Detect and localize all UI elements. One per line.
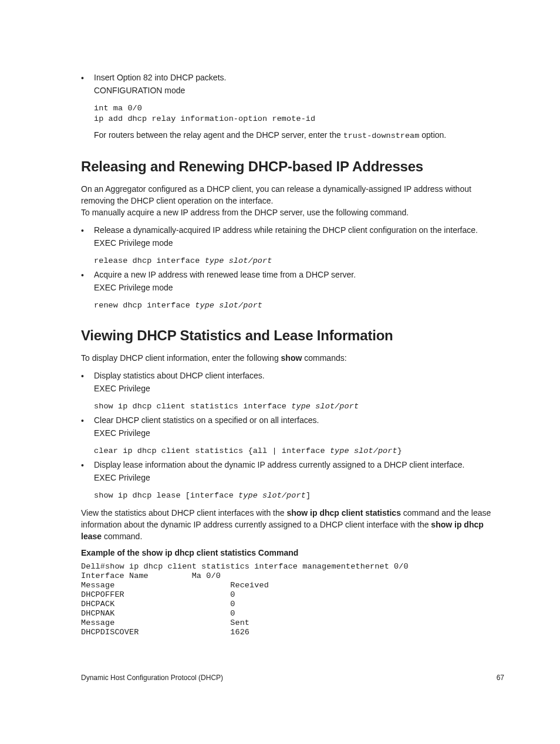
paragraph: On an Aggregator configured as a DHCP cl… bbox=[81, 183, 495, 207]
list-item-body: Release a dynamically-acquired IP addres… bbox=[94, 224, 495, 249]
list-item-text: Insert Option 82 into DHCP packets. bbox=[94, 73, 226, 82]
mode-text: EXEC Privilege bbox=[94, 427, 495, 439]
mode-text: EXEC Privilege bbox=[94, 383, 495, 394]
code-italic: type slot/port bbox=[195, 301, 262, 310]
mode-text: EXEC Privilege mode bbox=[94, 237, 495, 249]
code-italic: type slot/port bbox=[330, 447, 397, 455]
list-item-body: Display lease information about the dyna… bbox=[94, 459, 495, 483]
page-footer: Dynamic Host Configuration Protocol (DHC… bbox=[81, 674, 504, 682]
bullet-icon: • bbox=[81, 414, 94, 439]
bullet-icon: • bbox=[81, 370, 94, 394]
text: For routers between the relay agent and … bbox=[94, 130, 343, 140]
footer-title: Dynamic Host Configuration Protocol (DHC… bbox=[81, 674, 223, 682]
list-item-body: Acquire a new IP address with renewed le… bbox=[94, 269, 495, 293]
mode-text: EXEC Privilege mode bbox=[94, 282, 495, 293]
list-item-text: Clear DHCP client statistics on a specif… bbox=[94, 415, 319, 425]
code-text: ] bbox=[306, 491, 311, 500]
page-number: 67 bbox=[497, 674, 504, 682]
text: commands: bbox=[302, 353, 346, 363]
paragraph: For routers between the relay agent and … bbox=[94, 129, 495, 142]
paragraph: To display DHCP client information, ente… bbox=[81, 352, 495, 364]
list-item-body: Insert Option 82 into DHCP packets. CONF… bbox=[94, 72, 495, 96]
text: option. bbox=[419, 130, 446, 140]
code-italic: type slot/port bbox=[291, 402, 359, 411]
paragraph: To manually acquire a new IP address fro… bbox=[81, 207, 495, 218]
document-page: • Insert Option 82 into DHCP packets. CO… bbox=[0, 0, 560, 672]
list-item: • Insert Option 82 into DHCP packets. CO… bbox=[81, 72, 495, 96]
list-item-body: Display statistics about DHCP client int… bbox=[94, 370, 495, 394]
example-heading: Example of the show ip dhcp client stati… bbox=[81, 548, 495, 557]
code-block: show ip dhcp client statistics interface… bbox=[94, 401, 495, 412]
list-item-text: Display statistics about DHCP client int… bbox=[94, 371, 265, 380]
bullet-icon: • bbox=[81, 72, 94, 96]
code-text: renew dhcp interface bbox=[94, 301, 195, 310]
text: View the statistics about DHCP client in… bbox=[81, 508, 286, 518]
code-text: show ip dhcp client statistics interface bbox=[94, 402, 291, 411]
mode-text: EXEC Privilege bbox=[94, 472, 495, 483]
inline-code: trust-downstream bbox=[343, 131, 420, 140]
bullet-icon: • bbox=[81, 224, 94, 249]
code-text: clear ip dhcp client statistics {all | i… bbox=[94, 447, 330, 455]
code-block: clear ip dhcp client statistics {all | i… bbox=[94, 446, 495, 456]
text: To display DHCP client information, ente… bbox=[81, 353, 281, 363]
bold-text: show ip dhcp client statistics bbox=[286, 508, 400, 518]
code-italic: type slot/port bbox=[238, 491, 306, 500]
code-text: } bbox=[397, 447, 402, 455]
list-item-text: Acquire a new IP address with renewed le… bbox=[94, 270, 356, 279]
list-item: • Clear DHCP client statistics on a spec… bbox=[81, 414, 495, 439]
bullet-icon: • bbox=[81, 269, 94, 293]
list-item: • Display statistics about DHCP client i… bbox=[81, 370, 495, 394]
code-block: int ma 0/0 ip add dhcp relay information… bbox=[94, 103, 495, 124]
code-text: show ip dhcp lease [interface bbox=[94, 491, 238, 500]
code-italic: type slot/port bbox=[205, 256, 272, 265]
list-item-text: Display lease information about the dyna… bbox=[94, 460, 464, 469]
paragraph: View the statistics about DHCP client in… bbox=[81, 507, 495, 542]
code-block: release dhcp interface type slot/port bbox=[94, 256, 495, 266]
bold-text: show bbox=[281, 353, 302, 363]
code-block: renew dhcp interface type slot/port bbox=[94, 300, 495, 311]
mode-text: CONFIGURATION mode bbox=[94, 84, 495, 96]
code-text: release dhcp interface bbox=[94, 256, 205, 265]
example-code-block: Dell#show ip dhcp client statistics inte… bbox=[81, 562, 495, 637]
text: command. bbox=[102, 532, 142, 541]
section-heading: Viewing DHCP Statistics and Lease Inform… bbox=[81, 327, 495, 344]
list-item: • Display lease information about the dy… bbox=[81, 459, 495, 483]
section-heading: Releasing and Renewing DHCP-based IP Add… bbox=[81, 158, 495, 175]
code-block: show ip dhcp lease [interface type slot/… bbox=[94, 491, 495, 501]
list-item: • Acquire a new IP address with renewed … bbox=[81, 269, 495, 293]
list-item: • Release a dynamically-acquired IP addr… bbox=[81, 224, 495, 249]
list-item-body: Clear DHCP client statistics on a specif… bbox=[94, 414, 495, 439]
bullet-icon: • bbox=[81, 459, 94, 483]
list-item-text: Release a dynamically-acquired IP addres… bbox=[94, 225, 478, 235]
